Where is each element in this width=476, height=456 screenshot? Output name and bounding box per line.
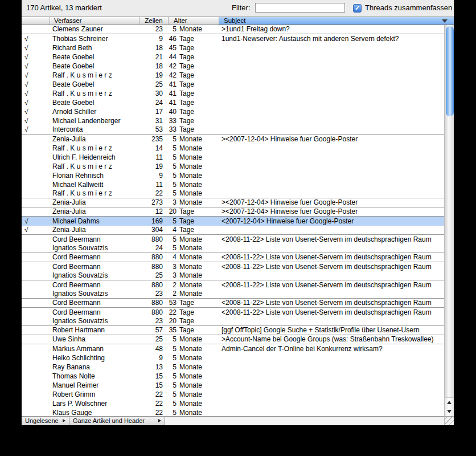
subject-cell: [219, 363, 444, 372]
article-row[interactable]: Cord Beermann 880 5Monate <2008-11-22> L…: [22, 235, 444, 244]
scrollbar-track[interactable]: [444, 25, 454, 397]
article-row[interactable]: Uwe Sinha 25 5Monate >Account-Name bei G…: [22, 335, 444, 344]
column-header-row: Verfasser Zeilen Alter Subject: [22, 17, 454, 25]
article-row[interactable]: Cord Beermann 880 4Monate <2008-11-22> L…: [22, 253, 444, 262]
article-row[interactable]: Cord Beermann 880 3Monate <2008-11-22> L…: [22, 262, 444, 271]
unread-popup-label: Ungelesene: [25, 417, 59, 424]
lines-cell: 11: [139, 153, 169, 162]
article-row[interactable]: √ Richard Beth 18 45Tage: [22, 43, 444, 52]
author-cell: Ralf . K u s m i e r z: [50, 189, 139, 198]
article-row[interactable]: √ Interconta 53 33Tage: [22, 125, 444, 135]
lines-cell: 880: [139, 253, 169, 262]
age-cell: 41Tage: [169, 80, 219, 89]
article-row[interactable]: Lars P. Wolschner 22 5Monate: [22, 399, 444, 408]
article-row[interactable]: Cord Beermann 880 53Tage <2008-11-22> Li…: [22, 299, 444, 308]
article-row[interactable]: √ Beate Goebel 25 41Tage: [22, 80, 444, 89]
article-row[interactable]: Ralf . K u s m i e r z 14 5Monate: [22, 144, 444, 153]
article-row[interactable]: √ Michael Landenberger 31 33Tage: [22, 116, 444, 125]
article-row[interactable]: Thomas Nolte 15 5Monate: [22, 372, 444, 381]
lines-cell: 18: [139, 43, 169, 52]
article-row[interactable]: Florian Rehnisch 9 5Monate: [22, 171, 444, 180]
article-row[interactable]: Ignatios Souvatzis 25 3Monate: [22, 271, 444, 280]
age-cell: 5Tage: [169, 217, 219, 226]
age-cell: 5Monate: [169, 335, 219, 344]
column-header-alter[interactable]: Alter: [169, 17, 219, 25]
age-cell: 5Monate: [169, 399, 219, 408]
read-checkmark: [22, 235, 50, 244]
article-row[interactable]: Heiko Schlichting 9 5Monate: [22, 353, 444, 363]
article-row[interactable]: Cord Beermann 880 22Tage <2008-11-22> Li…: [22, 308, 444, 317]
article-row[interactable]: Ignatios Souvatzis 23 2Monate: [22, 290, 444, 299]
article-row[interactable]: Clemens Zauner 23 5Monate >1und1 Freitag…: [22, 25, 444, 34]
scrollbar-thumb[interactable]: [446, 26, 454, 116]
threads-checkbox[interactable]: ✓: [353, 4, 362, 13]
triangle-up-icon: [447, 401, 452, 404]
article-row[interactable]: Manuel Reimer 15 5Monate: [22, 381, 444, 390]
read-checkmark: [22, 25, 50, 34]
lines-cell: 14: [139, 144, 169, 153]
article-row[interactable]: Zenia-Julia 235 5Monate ><2007-12-04> Hi…: [22, 135, 444, 144]
lines-cell: 22: [139, 189, 169, 198]
read-checkmark: [22, 280, 50, 290]
subject-cell: [219, 317, 444, 325]
subject-cell: >Account-Name bei Google Groups (was: St…: [219, 335, 444, 344]
filter-input[interactable]: [255, 3, 345, 13]
subject-header-label: Subject: [224, 17, 245, 24]
age-cell: 33Tage: [169, 116, 219, 125]
column-header-zeilen[interactable]: Zeilen: [139, 17, 169, 25]
lines-cell: 19: [139, 162, 169, 171]
article-row[interactable]: Michael Kallweitt 11 5Monate: [22, 180, 444, 189]
article-row[interactable]: √ Ralf . K u s m i e r z 19 42Tage: [22, 71, 444, 80]
subject-cell: [219, 80, 444, 89]
age-cell: 2Monate: [169, 290, 219, 298]
column-header-subject[interactable]: Subject: [219, 17, 454, 25]
column-header-mark[interactable]: [22, 17, 50, 25]
author-cell: Interconta: [50, 125, 139, 134]
unread-filter-popup[interactable]: Ungelesene: [22, 417, 69, 425]
read-checkmark: √: [22, 89, 50, 98]
article-row[interactable]: Zenia-Julia 273 3Monate ><2007-12-04> Hi…: [22, 198, 444, 207]
article-row[interactable]: Zenia-Julia 12 20Tage ><2007-12-04> Hinw…: [22, 207, 444, 217]
author-cell: Clemens Zauner: [50, 25, 139, 34]
author-cell: Ignatios Souvatzis: [50, 244, 139, 253]
article-row[interactable]: Ray Banana 13 5Monate: [22, 363, 444, 372]
article-row[interactable]: Robert Hartmann 57 35Tage [ggf OffTopic]…: [22, 326, 444, 335]
read-checkmark: √: [22, 107, 50, 116]
display-mode-popup[interactable]: Ganze Artikel und Header: [69, 417, 165, 425]
article-row[interactable]: Ignatios Souvatzis 24 5Monate: [22, 244, 444, 253]
author-cell: Richard Beth: [50, 43, 139, 52]
article-row[interactable]: √ Beate Goebel 24 41Tage: [22, 98, 444, 107]
read-checkmark: [22, 253, 50, 262]
article-row[interactable]: √ Michael Dahms 169 5Tage <2007-12-04> H…: [22, 217, 444, 226]
age-cell: 5Monate: [169, 381, 219, 390]
article-row[interactable]: Ulrich F. Heidenreich 11 5Monate: [22, 153, 444, 162]
article-row[interactable]: Ralf . K u s m i e r z 22 5Monate: [22, 189, 444, 198]
article-row[interactable]: Klaus Gauge 22 5Monate: [22, 408, 444, 416]
article-row[interactable]: √ Beate Goebel 21 44Tage: [22, 52, 444, 62]
subject-cell: ><2007-12-04> Hinweise fuer Google-Poste…: [219, 207, 444, 216]
article-row[interactable]: Robert Grimm 22 5Monate: [22, 390, 444, 399]
age-cell: 5Monate: [169, 144, 219, 153]
lines-cell: 12: [139, 207, 169, 216]
article-row[interactable]: Cord Beermann 880 2Monate <2008-11-22> L…: [22, 280, 444, 290]
article-row[interactable]: √ Arnold Schiller 17 40Tage: [22, 107, 444, 116]
lines-cell: 169: [139, 217, 169, 226]
window-resize-grip[interactable]: [444, 416, 454, 425]
age-cell: 5Monate: [169, 372, 219, 381]
article-row[interactable]: Markus Ammann 48 5Monate Admin-Cancel de…: [22, 344, 444, 353]
author-cell: Thobias Schreiner: [50, 34, 139, 43]
threads-checkbox-label[interactable]: Threads zusammenfassen: [365, 0, 452, 16]
article-row[interactable]: Ignatios Souvatzis 23 20Tage: [22, 317, 444, 326]
article-row[interactable]: √ Ralf . K u s m i e r z 30 41Tage: [22, 89, 444, 98]
column-header-verfasser[interactable]: Verfasser: [50, 17, 139, 25]
age-cell: 5Monate: [169, 25, 219, 34]
sort-descending-icon: [442, 19, 448, 23]
lines-cell: 880: [139, 262, 169, 271]
scroll-up-button[interactable]: [445, 398, 454, 407]
article-row[interactable]: √ Beate Goebel 18 42Tage: [22, 62, 444, 71]
subject-cell: [219, 89, 444, 98]
scroll-down-button[interactable]: [445, 407, 454, 416]
article-row[interactable]: √ Thobias Schreiner 9 46Tage 1und1-Newse…: [22, 34, 444, 43]
article-row[interactable]: Ralf . K u s m i e r z 19 5Monate: [22, 162, 444, 171]
article-row[interactable]: √ Zenia-Julia 304 4Tage: [22, 226, 444, 235]
